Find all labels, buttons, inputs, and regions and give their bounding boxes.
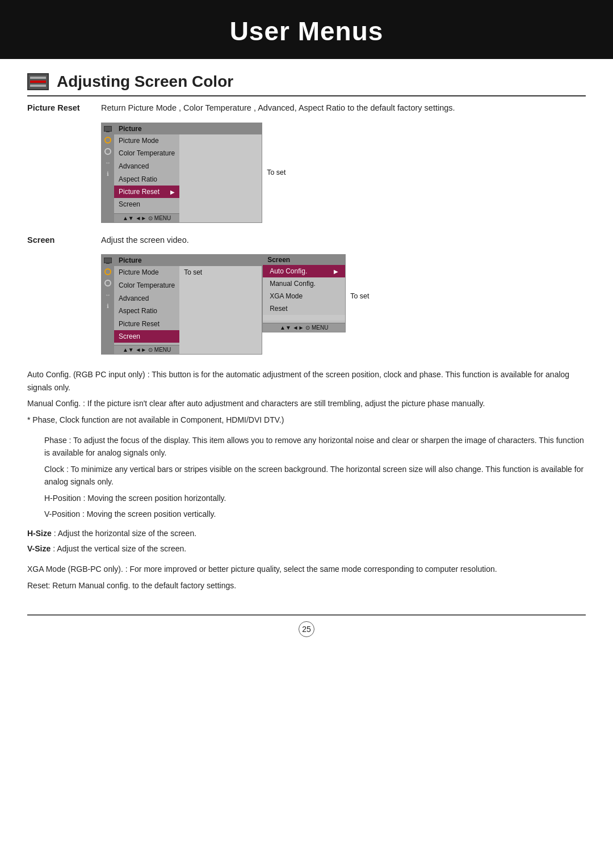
icon-monitor-item bbox=[103, 124, 112, 133]
screen-menu-item-ct: Color Temperature bbox=[114, 279, 179, 292]
screen-main-menu: ↔ ℹ Picture Picture Mode Color Temperatu… bbox=[101, 254, 262, 355]
page-number: 25 bbox=[299, 621, 314, 637]
picture-reset-label: Picture Reset bbox=[27, 102, 101, 115]
submenu-item-xga-mode: XGA Mode bbox=[263, 290, 345, 302]
icon-info-item: ℹ bbox=[103, 170, 112, 179]
icon-info-2: ℹ bbox=[103, 301, 112, 310]
h-size-text: : Adjust the horizontal size of the scre… bbox=[54, 529, 196, 538]
submenu-right-space bbox=[263, 315, 345, 321]
screen-right-title bbox=[179, 255, 262, 266]
arrow-right-icon: ▶ bbox=[170, 188, 175, 196]
page-header: User Menus bbox=[0, 0, 613, 59]
v-size-label: V-Size bbox=[27, 544, 51, 553]
page-title: User Menus bbox=[0, 16, 613, 47]
screen-text: Adjust the screen video. bbox=[101, 234, 586, 247]
screen-menu-wrapper: ↔ ℹ Picture Picture Mode Color Temperatu… bbox=[101, 254, 586, 355]
screen-menu-items: Picture Picture Mode Color Temperature A… bbox=[114, 255, 179, 354]
screen-label: Screen bbox=[27, 234, 101, 247]
submenu-arrow-icon: ▶ bbox=[334, 267, 338, 276]
clock-icon-2 bbox=[104, 280, 111, 286]
screen-menu-item-active: Screen bbox=[114, 330, 179, 343]
picture-reset-menu-row: ↔ ℹ Picture Picture Mode Color Temperatu… bbox=[101, 123, 586, 223]
icon-monitor-2 bbox=[103, 256, 112, 265]
screen-active-label: Screen bbox=[119, 331, 140, 342]
to-set-label-1: To set bbox=[267, 168, 285, 176]
monitor-icon bbox=[104, 126, 112, 132]
reset-text: Reset: Return Manual config. to the defa… bbox=[27, 579, 586, 592]
screen-menu-item-pr: Picture Reset bbox=[114, 318, 179, 331]
screen-menu-item-ar: Aspect Ratio bbox=[114, 305, 179, 318]
menu-item-color-temp: Color Temperature bbox=[114, 147, 179, 160]
icon-circle-2 bbox=[103, 267, 112, 276]
para-manual-config: Manual Config. : If the picture isn't cl… bbox=[27, 397, 586, 410]
screen-icon-col: ↔ ℹ bbox=[102, 255, 114, 354]
screen-menu-item-pm: Picture Mode bbox=[114, 266, 179, 279]
screen-menu-item-adv: Advanced bbox=[114, 292, 179, 305]
icon-arrow-2: ↔ bbox=[103, 290, 112, 299]
menu-item-aspect-ratio: Aspect Ratio bbox=[114, 173, 179, 186]
icon-clock-2 bbox=[103, 279, 112, 288]
screen-menu-title: Picture bbox=[114, 255, 179, 266]
indent-clock: Clock : To minimize any vertical bars or… bbox=[44, 463, 586, 488]
content-area: Picture Reset Return Picture Mode , Colo… bbox=[27, 102, 586, 592]
icon-arrow-item: ↔ bbox=[103, 158, 112, 167]
menu-title-picture: Picture bbox=[114, 123, 179, 134]
section-heading: Adjusting Screen Color bbox=[27, 73, 586, 96]
h-size-row: H-Size : Adjust the horizontal size of t… bbox=[27, 527, 586, 540]
auto-config-label: Auto Config. bbox=[270, 266, 307, 276]
screen-to-set-inline: To set bbox=[179, 266, 262, 279]
screen-description: Screen Adjust the screen video. bbox=[27, 234, 586, 247]
picture-reset-menu-box: ↔ ℹ Picture Picture Mode Color Temperatu… bbox=[101, 123, 262, 223]
menu-items-left: Picture Picture Mode Color Temperature A… bbox=[114, 123, 179, 222]
icon-clock-item bbox=[103, 147, 112, 156]
submenu-title: Screen bbox=[263, 255, 345, 265]
para-note: * Phase, Clock function are not availabl… bbox=[27, 414, 586, 426]
screen-menu-footer: ▲▼ ◄► ⊙ MENU bbox=[114, 345, 179, 354]
screen-menu-container: ↔ ℹ Picture Picture Mode Color Temperatu… bbox=[101, 254, 586, 357]
body-text-area: Auto Config. (RGB PC input only) : This … bbox=[27, 368, 586, 426]
page-footer: 25 bbox=[27, 614, 586, 648]
menu-item-picture-mode: Picture Mode bbox=[114, 134, 179, 148]
circle-icon bbox=[104, 137, 111, 144]
v-size-row: V-Size : Adjust the vertical size of the… bbox=[27, 542, 586, 555]
circle-icon-2 bbox=[104, 268, 111, 275]
submenu-footer: ▲▼ ◄► ⊙ MENU bbox=[263, 323, 345, 332]
menu-item-advanced: Advanced bbox=[114, 160, 179, 173]
screen-submenu: Screen Auto Config. ▶ Manual Config. XGA… bbox=[262, 254, 346, 332]
submenu-item-reset: Reset bbox=[263, 302, 345, 315]
para-auto-config: Auto Config. (RGB PC input only) : This … bbox=[27, 368, 586, 394]
submenu-area: Screen Auto Config. ▶ Manual Config. XGA… bbox=[262, 254, 346, 334]
h-size-label: H-Size bbox=[27, 529, 52, 538]
section-title: Adjusting Screen Color bbox=[57, 73, 233, 91]
xga-para: XGA Mode (RGB-PC only). : For more impro… bbox=[27, 563, 586, 592]
section-icon bbox=[27, 73, 49, 90]
indent-h-position: H-Position : Moving the screen position … bbox=[44, 492, 586, 504]
menu-footer-1: ▲▼ ◄► ⊙ MENU bbox=[114, 213, 179, 222]
menu-icon-col: ↔ ℹ bbox=[102, 123, 114, 222]
clock-icon bbox=[104, 148, 111, 155]
to-set-label-submenu: To set bbox=[350, 292, 369, 300]
menu-item-picture-reset-active: Picture Reset ▶ bbox=[114, 186, 179, 198]
monitor-icon-2 bbox=[104, 258, 112, 263]
picture-reset-menu-container: ↔ ℹ Picture Picture Mode Color Temperatu… bbox=[101, 123, 586, 223]
screen-menu-right: To set bbox=[179, 255, 262, 354]
indent-phase: Phase : To adjust the focus of the displ… bbox=[44, 434, 586, 460]
menu-right-panel bbox=[179, 123, 262, 222]
active-item-label: Picture Reset bbox=[119, 187, 159, 197]
v-size-text: : Adjust the vertical size of the screen… bbox=[53, 544, 186, 553]
indent-v-position: V-Position : Moving the screen position … bbox=[44, 508, 586, 520]
submenu-item-manual-config: Manual Config. bbox=[263, 277, 345, 290]
picture-reset-description: Picture Reset Return Picture Mode , Colo… bbox=[27, 102, 586, 115]
picture-reset-text: Return Picture Mode , Color Temperature … bbox=[101, 102, 586, 115]
menu-right-title bbox=[179, 123, 262, 134]
submenu-item-auto-config: Auto Config. ▶ bbox=[263, 265, 345, 277]
xga-text: XGA Mode (RGB-PC only). : For more impro… bbox=[27, 563, 586, 575]
menu-item-screen: Screen bbox=[114, 198, 179, 211]
icon-circle-item bbox=[103, 136, 112, 145]
